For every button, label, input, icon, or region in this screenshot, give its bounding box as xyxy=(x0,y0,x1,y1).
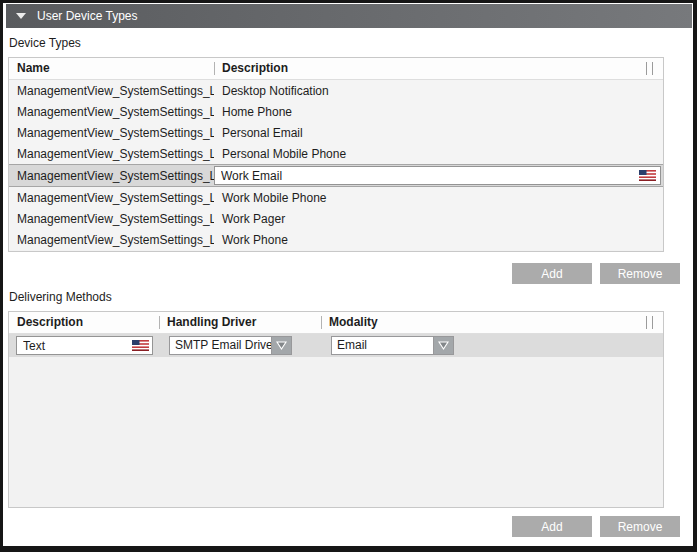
row-name: ManagementView_SystemSettings_Lib xyxy=(9,126,214,140)
row-description: Personal Mobile Phone xyxy=(214,147,663,161)
table-row[interactable]: ManagementView_SystemSettings_Lib Work M… xyxy=(9,187,663,208)
collapse-icon[interactable] xyxy=(16,13,26,19)
row-description: Work Mobile Phone xyxy=(214,191,663,205)
row-name: ManagementView_SystemSettings_Lib xyxy=(9,147,214,161)
device-types-add-button[interactable]: Add xyxy=(512,263,592,284)
table-row[interactable]: ManagementView_SystemSettings_Lib Home P… xyxy=(9,101,663,122)
user-device-types-panel: User Device Types Device Types Name Desc… xyxy=(0,0,697,552)
column-header-name[interactable]: Name xyxy=(9,58,214,79)
row-description: Home Phone xyxy=(214,105,663,119)
panel-title: User Device Types xyxy=(37,9,137,23)
description-edit-input[interactable] xyxy=(215,167,639,184)
modality-dropdown[interactable]: Email xyxy=(331,336,454,355)
table-row[interactable]: ManagementView_SystemSettings_Lib Work P… xyxy=(9,208,663,229)
device-types-grid: Name Description ManagementView_SystemSe… xyxy=(8,57,664,252)
delivering-methods-grid-header: Description Handling Driver Modality xyxy=(9,312,663,334)
row-name: ManagementView_SystemSettings_Lib xyxy=(9,191,214,205)
us-flag-icon[interactable] xyxy=(639,170,656,181)
chevron-down-icon[interactable] xyxy=(271,337,291,354)
row-name: ManagementView_SystemSettings_Lib xyxy=(9,212,214,226)
device-types-grid-header: Name Description xyxy=(9,58,663,80)
delivering-methods-remove-button[interactable]: Remove xyxy=(600,516,680,537)
modality-value: Email xyxy=(332,337,433,354)
row-description: Work Phone xyxy=(214,233,663,247)
handling-driver-dropdown[interactable]: SMTP Email Driver xyxy=(169,336,292,355)
table-row-selected[interactable]: ManagementView_SystemSettings_Lib xyxy=(9,164,663,187)
description-input[interactable] xyxy=(17,337,132,354)
column-header-modality[interactable]: Modality xyxy=(321,312,663,333)
row-description: Work Pager xyxy=(214,212,663,226)
column-header-description[interactable]: Description xyxy=(214,58,663,79)
description-edit-cell xyxy=(214,166,661,185)
device-types-label: Device Types xyxy=(9,36,693,51)
table-row[interactable]: ManagementView_SystemSettings_Lib Person… xyxy=(9,143,663,164)
column-header-description[interactable]: Description xyxy=(9,312,159,333)
description-cell xyxy=(16,336,153,355)
row-name: ManagementView_SystemSettings_Lib xyxy=(9,233,214,247)
us-flag-icon[interactable] xyxy=(132,340,149,351)
table-row[interactable]: ManagementView_SystemSettings_Lib Deskto… xyxy=(9,80,663,101)
delivering-methods-grid: Description Handling Driver Modality SMT… xyxy=(8,311,664,508)
panel-titlebar[interactable]: User Device Types xyxy=(6,4,692,28)
row-description: Personal Email xyxy=(214,126,663,140)
table-row[interactable]: ManagementView_SystemSettings_Lib Person… xyxy=(9,122,663,143)
handling-driver-value: SMTP Email Driver xyxy=(170,337,271,354)
row-description: Desktop Notification xyxy=(214,84,663,98)
column-header-handling-driver[interactable]: Handling Driver xyxy=(159,312,321,333)
row-name: ManagementView_SystemSettings_Lib xyxy=(9,169,214,183)
delivering-methods-label: Delivering Methods xyxy=(9,290,693,305)
chevron-down-icon[interactable] xyxy=(433,337,453,354)
row-name: ManagementView_SystemSettings_Lib xyxy=(9,84,214,98)
delivering-method-row[interactable]: SMTP Email Driver Email xyxy=(9,334,663,357)
table-row[interactable]: ManagementView_SystemSettings_Lib Work P… xyxy=(9,229,663,250)
row-name: ManagementView_SystemSettings_Lib xyxy=(9,105,214,119)
delivering-methods-add-button[interactable]: Add xyxy=(512,516,592,537)
device-types-remove-button[interactable]: Remove xyxy=(600,263,680,284)
